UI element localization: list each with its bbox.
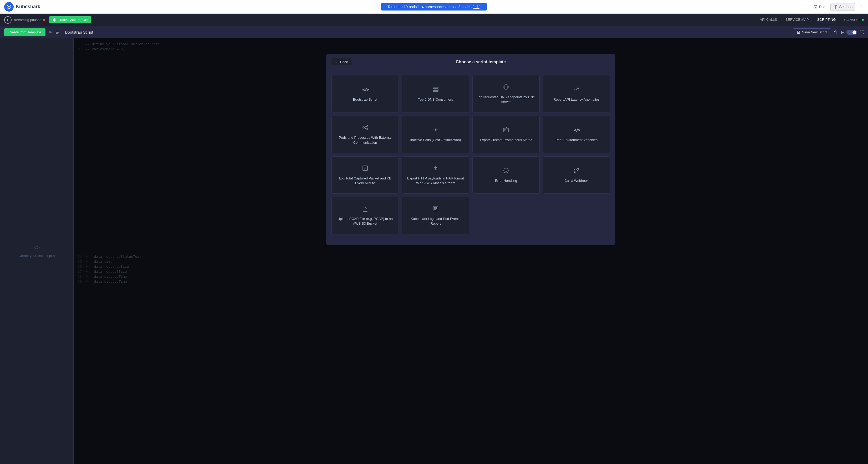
script-toolbar: Create from Template ✏ Bootstrap Script …: [0, 26, 868, 38]
svg-point-5: [835, 6, 836, 7]
template-card-webhook[interactable]: Call a Webhook: [543, 156, 610, 194]
template-label-dns-endpoints: Top requested DNS endpoints by DNS serve…: [477, 95, 535, 104]
template-label-log-packets: Log Total Captured Packet and KB Every M…: [336, 176, 394, 186]
console-label: CONSOLE: [844, 18, 861, 22]
logo-icon: [4, 2, 14, 11]
svg-text:</>: </>: [363, 88, 369, 92]
template-icon-webhook: [573, 167, 580, 176]
template-icon-bootstrap: </>: [362, 86, 369, 95]
sub-bar: streaming paused Traffic Capture: ON API…: [0, 14, 868, 26]
back-arrow-icon: ←: [335, 60, 339, 64]
template-icon-pcap-upload: [362, 205, 369, 214]
svg-rect-13: [798, 31, 799, 32]
template-modal: ← Back Choose a script template </> Boot…: [326, 54, 615, 245]
template-icon-prometheus: [502, 126, 510, 135]
toolbar-right: Save New Script 🗑 ▶ ⛶: [793, 28, 864, 36]
script-title: Bootstrap Script: [65, 30, 93, 34]
template-card-inactive-pods[interactable]: Inactive Pods (Cost Optimization): [402, 115, 469, 153]
nav-api-calls[interactable]: API CALLS: [760, 16, 777, 23]
svg-point-43: [577, 170, 578, 171]
template-label-prometheus: Export Custom Prometheus Metric: [480, 138, 532, 142]
svg-rect-29: [504, 128, 508, 132]
template-card-pcap-upload[interactable]: Upload PCAP File (e.g. PCAP) to an AWS S…: [332, 197, 399, 234]
top-bar: Kubeshark Targeting 19 pods in 4 namespa…: [0, 0, 868, 14]
streaming-paused-text: streaming paused: [14, 18, 41, 22]
template-icon-print-env: </>: [573, 126, 580, 135]
fullscreen-button[interactable]: ⛶: [860, 30, 864, 35]
svg-rect-17: [433, 89, 438, 90]
nav-service-map[interactable]: SERVICE MAP: [785, 16, 809, 23]
run-button[interactable]: ▶: [841, 30, 844, 35]
settings-button[interactable]: Settings: [830, 3, 856, 10]
template-card-log-packets[interactable]: Log Total Captured Packet and KB Every M…: [332, 156, 399, 194]
nav-scripting[interactable]: SCRIPTING: [817, 16, 836, 23]
save-label: Save New Script: [802, 30, 827, 34]
template-grid: </> Bootstrap Script Top 5 DNS Consumers…: [326, 70, 615, 240]
template-label-kubeshark-logs: Kubeshark Logs and Pod Events Report: [406, 217, 465, 226]
template-label-bootstrap: Bootstrap Script: [353, 97, 377, 102]
template-icon-api-latency: [573, 86, 580, 95]
edit-pencil-button[interactable]: ✏: [49, 30, 52, 35]
template-label-pods-processes: Pods and Processes With External Communi…: [336, 135, 394, 145]
template-icon-pods-processes: [362, 124, 369, 133]
theme-toggle[interactable]: [846, 30, 857, 35]
template-card-pods-processes[interactable]: Pods and Processes With External Communi…: [332, 115, 399, 153]
sub-navigation: API CALLS SERVICE MAP SCRIPTING CONSOLE: [760, 16, 864, 23]
template-card-bootstrap[interactable]: </> Bootstrap Script: [332, 75, 399, 112]
svg-rect-14: [798, 33, 799, 34]
template-icon-log-packets: [362, 164, 369, 173]
template-modal-overlay: ← Back Choose a script template </> Boot…: [73, 38, 868, 464]
template-card-error-handling[interactable]: Error Handling: [472, 156, 540, 194]
sidebar-arrows: <>: [34, 244, 40, 251]
template-label-inactive-pods: Inactive Pods (Cost Optimization): [410, 138, 461, 142]
settings-label: Settings: [839, 5, 852, 9]
template-label-print-env: Print Environment Variables: [555, 138, 597, 142]
svg-marker-6: [7, 19, 9, 21]
svg-point-41: [575, 172, 576, 173]
console-active-dot: [862, 19, 864, 21]
menu-icon: [55, 30, 60, 35]
targeting-banner: Targeting 19 pods in 4 namespaces across…: [381, 3, 487, 10]
logo: Kubeshark: [4, 2, 40, 11]
svg-line-25: [364, 126, 366, 127]
traffic-capture-label: Traffic Capture: ON: [58, 18, 88, 22]
svg-line-26: [364, 127, 366, 129]
template-card-kubeshark-logs[interactable]: Kubeshark Logs and Pod Events Report: [402, 197, 469, 234]
svg-point-42: [578, 168, 579, 169]
save-new-script-button[interactable]: Save New Script: [793, 28, 831, 36]
svg-rect-16: [433, 87, 438, 88]
create-from-template-button[interactable]: Create from Template: [4, 28, 45, 36]
banner-text: Targeting 19 pods in 4 namespaces across…: [388, 5, 472, 9]
template-icon-dns-endpoints: [502, 83, 510, 92]
recording-dot: [43, 19, 45, 21]
template-label-webhook: Call a Webhook: [564, 178, 589, 183]
editor-container: <> Create your first script n 1 // Defin…: [0, 38, 868, 464]
template-card-prometheus[interactable]: Export Custom Prometheus Metric: [472, 115, 540, 153]
scripting-area: Create from Template ✏ Bootstrap Script …: [0, 26, 868, 464]
streaming-status: streaming paused: [14, 18, 45, 22]
svg-text:</>: </>: [574, 128, 580, 132]
template-card-print-env[interactable]: </> Print Environment Variables: [543, 115, 610, 153]
play-button[interactable]: [4, 16, 11, 24]
docs-button[interactable]: Docs: [813, 5, 828, 9]
delete-button[interactable]: 🗑: [834, 30, 838, 35]
back-button[interactable]: ← Back: [332, 58, 351, 65]
template-icon-kinesis: [432, 164, 439, 173]
top-right-controls: Docs Settings ⋮: [813, 3, 864, 10]
template-label-error-handling: Error Handling: [495, 178, 517, 183]
template-card-kinesis[interactable]: Export HTTP payloads in HAR format to an…: [402, 156, 469, 194]
template-icon-inactive-pods: [432, 126, 439, 135]
more-options-button[interactable]: ⋮: [859, 4, 864, 10]
template-icon-error-handling: [502, 167, 510, 176]
template-card-dns-endpoints[interactable]: Top requested DNS endpoints by DNS serve…: [472, 75, 540, 112]
template-icon-kubeshark-logs: [432, 205, 439, 214]
console-button[interactable]: CONSOLE: [844, 18, 864, 22]
template-label-kinesis: Export HTTP payloads in HAR format to an…: [406, 176, 465, 186]
template-card-api-latency[interactable]: Report API Latency Anomalies: [543, 75, 610, 112]
template-card-dns-consumers[interactable]: Top 5 DNS Consumers: [402, 75, 469, 112]
modal-header: ← Back Choose a script template: [326, 54, 615, 70]
banner-edit-link[interactable]: [edit]: [473, 5, 480, 9]
logo-text: Kubeshark: [16, 4, 40, 9]
traffic-capture-button[interactable]: Traffic Capture: ON: [49, 16, 91, 23]
svg-point-23: [366, 125, 368, 127]
